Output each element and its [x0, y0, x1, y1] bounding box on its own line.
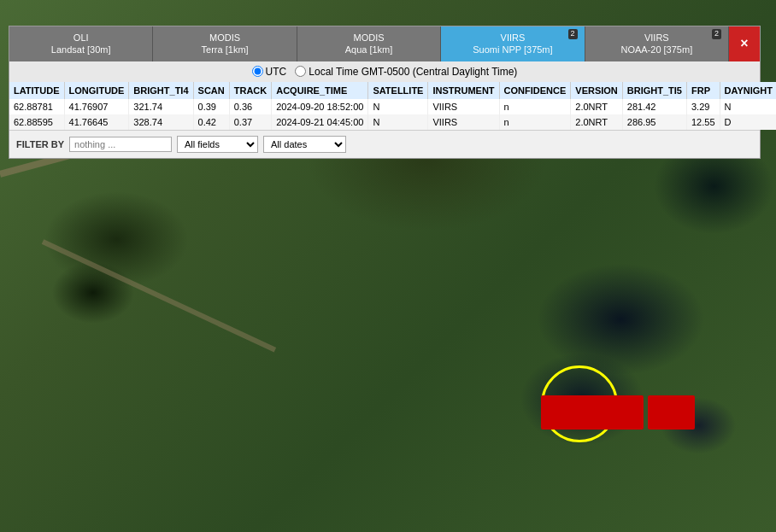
table-row[interactable]: 62.8878141.76907321.740.390.362024-09-20…	[9, 99, 776, 114]
col-confidence: CONFIDENCE	[499, 82, 571, 99]
tab-viirs-snpp-label: VIIRS	[444, 32, 580, 44]
cell-daynight: D	[720, 114, 776, 130]
cell-version: 2.0NRT	[571, 99, 623, 114]
cell-bright_ti5: 281.42	[622, 99, 686, 114]
tab-viirs-noaa-sublabel: NOAA-20 [375m]	[589, 44, 725, 56]
cell-longitude: 41.76907	[64, 99, 129, 114]
table-header: LATITUDE LONGITUDE BRIGHT_TI4 SCAN TRACK…	[9, 82, 776, 99]
cell-latitude: 62.88781	[9, 99, 64, 114]
local-label: Local Time GMT-0500 (Central Daylight Ti…	[309, 66, 517, 78]
tab-modis-aqua-sublabel: Aqua [1km]	[301, 44, 437, 56]
cell-daynight: N	[720, 99, 776, 114]
cell-acquire_time: 2024-09-21 04:45:00	[272, 114, 368, 130]
col-daynight: DAYNIGHT	[720, 82, 776, 99]
col-bright-ti5: BRIGHT_TI5	[622, 82, 686, 99]
fire-data-table: LATITUDE LONGITUDE BRIGHT_TI4 SCAN TRACK…	[9, 82, 776, 130]
tab-oli-label: OLI	[13, 32, 149, 44]
utc-label: UTC	[266, 66, 287, 78]
col-acquire-time: ACQUIRE_TIME	[272, 82, 368, 99]
data-panel: OLI Landsat [30m] MODIS Terra [1km] MODI…	[9, 26, 761, 159]
fire-rect-main	[541, 395, 644, 430]
tab-modis-terra[interactable]: MODIS Terra [1km]	[153, 26, 297, 61]
filter-row: FILTER BY All fields LATITUDE LONGITUDE …	[9, 130, 760, 158]
cell-instrument: VIIRS	[428, 114, 499, 130]
cell-satellite: N	[368, 114, 428, 130]
table-row[interactable]: 62.8859541.76645328.740.420.372024-09-21…	[9, 114, 776, 130]
cell-confidence: n	[499, 114, 571, 130]
filter-dates-select[interactable]: All dates Last 24 hours Last 48 hours La…	[263, 136, 346, 153]
tabs-row: OLI Landsat [30m] MODIS Terra [1km] MODI…	[9, 26, 760, 61]
filter-fields-select[interactable]: All fields LATITUDE LONGITUDE BRIGHT_TI4…	[177, 136, 258, 153]
cell-frp: 12.55	[687, 114, 720, 130]
col-scan: SCAN	[193, 82, 229, 99]
col-bright-ti4: BRIGHT_TI4	[129, 82, 193, 99]
tab-viirs-snpp-badge: 2	[568, 29, 578, 39]
tab-modis-terra-sublabel: Terra [1km]	[156, 44, 292, 56]
cell-instrument: VIIRS	[428, 99, 499, 114]
close-button[interactable]: ×	[729, 26, 760, 61]
cell-scan: 0.39	[193, 99, 229, 114]
time-zone-row: UTC Local Time GMT-0500 (Central Dayligh…	[9, 61, 760, 82]
cell-bright_ti5: 286.95	[622, 114, 686, 130]
cell-scan: 0.42	[193, 114, 229, 130]
tab-viirs-noaa[interactable]: 2 VIIRS NOAA-20 [375m]	[585, 26, 729, 61]
cell-acquire_time: 2024-09-20 18:52:00	[272, 99, 368, 114]
col-instrument: INSTRUMENT	[428, 82, 499, 99]
cell-confidence: n	[499, 99, 571, 114]
cell-satellite: N	[368, 99, 428, 114]
local-radio[interactable]	[295, 66, 306, 77]
cell-bright_ti4: 321.74	[129, 99, 193, 114]
tab-viirs-snpp[interactable]: 2 VIIRS Suomi NPP [375m]	[441, 26, 585, 61]
col-track: TRACK	[229, 82, 272, 99]
col-satellite: SATELLITE	[368, 82, 428, 99]
tab-viirs-noaa-badge: 2	[712, 29, 721, 39]
local-radio-label[interactable]: Local Time GMT-0500 (Central Daylight Ti…	[295, 66, 517, 78]
tab-oli[interactable]: OLI Landsat [30m]	[9, 26, 153, 61]
col-version: VERSION	[571, 82, 623, 99]
cell-latitude: 62.88595	[9, 114, 64, 130]
cell-track: 0.37	[229, 114, 272, 130]
tab-oli-sublabel: Landsat [30m]	[13, 44, 149, 56]
cell-frp: 3.29	[687, 99, 720, 114]
col-longitude: LONGITUDE	[64, 82, 129, 99]
table-body: 62.8878141.76907321.740.390.362024-09-20…	[9, 99, 776, 130]
tab-viirs-snpp-sublabel: Suomi NPP [375m]	[444, 44, 580, 56]
cell-version: 2.0NRT	[571, 114, 623, 130]
utc-radio-label[interactable]: UTC	[252, 66, 287, 78]
tab-modis-aqua-label: MODIS	[301, 32, 437, 44]
cell-longitude: 41.76645	[64, 114, 129, 130]
fire-rect-ext	[648, 395, 695, 430]
tab-modis-terra-label: MODIS	[156, 32, 292, 44]
utc-radio[interactable]	[252, 66, 263, 77]
cell-bright_ti4: 328.74	[129, 114, 193, 130]
cell-track: 0.36	[229, 99, 272, 114]
filter-input[interactable]	[69, 137, 172, 152]
filter-label: FILTER BY	[16, 139, 64, 149]
tab-viirs-noaa-label: VIIRS	[589, 32, 725, 44]
tab-modis-aqua[interactable]: MODIS Aqua [1km]	[297, 26, 441, 61]
col-latitude: LATITUDE	[9, 82, 64, 99]
col-frp: FRP	[687, 82, 720, 99]
